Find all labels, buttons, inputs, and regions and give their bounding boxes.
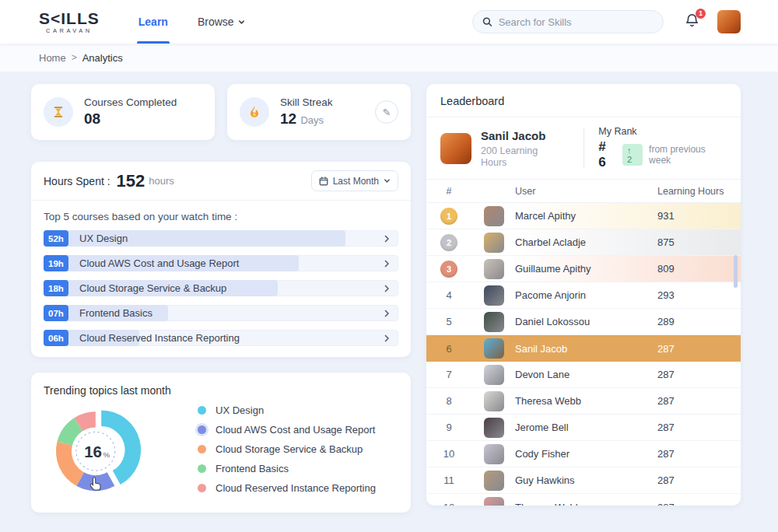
my-rank-row: # 6 ↑ 2 from previous week <box>598 139 727 170</box>
course-bar-row[interactable]: 06hCloud Reserved Instance Reporting <box>44 330 398 346</box>
cell-rank: 4 <box>426 289 471 301</box>
breadcrumb: Home > Analytics <box>0 44 778 72</box>
chevron-right-icon[interactable] <box>383 305 391 321</box>
leaderboard-rows: 1Marcel Apithy9312Charbel Acladje8753Gui… <box>426 203 741 506</box>
logo-subtitle: CARAVAN <box>39 28 100 34</box>
course-bar-row[interactable]: 07hFrontend Basics <box>44 305 398 321</box>
cell-avatar <box>471 259 504 279</box>
legend-item[interactable]: Cloud AWS Cost and Usage Report <box>198 424 376 436</box>
leaderboard-row[interactable]: 4Pacome Anjorin293 <box>426 282 741 309</box>
col-hours: Learning Hours <box>657 186 741 197</box>
user-name: Devon Lane <box>504 369 657 380</box>
right-column: Leaderboard Sanil Jacob 200 Learning Hou… <box>426 84 741 513</box>
leaderboard-row[interactable]: 5Daniel Lokossou289 <box>426 309 741 335</box>
scrollbar-thumb[interactable] <box>734 255 738 288</box>
edit-streak-button[interactable]: ✎ <box>375 100 398 124</box>
legend-item[interactable]: Cloud Storage Service & Backup <box>198 443 376 455</box>
user-hours: 931 <box>657 210 741 222</box>
hours-spent-label: Hours Spent : <box>44 175 110 187</box>
legend-item[interactable]: Frontend Basics <box>198 463 376 474</box>
chevron-right-icon[interactable] <box>383 330 391 346</box>
search-bar[interactable] <box>472 10 664 33</box>
app-logo[interactable]: S<ILLS CARAVAN <box>39 10 100 34</box>
period-filter-button[interactable]: Last Month <box>311 170 398 191</box>
profile-avatar[interactable] <box>717 10 741 33</box>
leaderboard-row[interactable]: 3Guillaume Apithy809 <box>426 256 741 282</box>
cell-avatar <box>471 285 504 306</box>
user-hours: 809 <box>657 263 741 275</box>
main-nav: Learn Browse <box>137 0 273 44</box>
chevron-right-icon[interactable] <box>383 230 391 247</box>
search-input[interactable] <box>499 16 654 28</box>
rank-number: 7 <box>446 369 451 380</box>
legend-item[interactable]: UX Design <box>198 404 376 416</box>
cell-avatar <box>471 365 504 385</box>
leaderboard-row[interactable]: 6Sanil Jacob287 <box>426 335 741 362</box>
legend-item[interactable]: Cloud Reserved Instance Reporting <box>198 482 376 494</box>
user-name: Jerome Bell <box>504 422 657 433</box>
leaderboard-summary: Sanil Jacob 200 Learning Hours My Rank #… <box>426 117 741 180</box>
col-user: User <box>504 186 657 197</box>
avatar <box>484 259 504 279</box>
nav-tab-learn[interactable]: Learn <box>137 0 170 44</box>
legend-label: Frontend Basics <box>216 463 289 474</box>
leaderboard-row[interactable]: 9Jerome Bell287 <box>426 415 741 441</box>
medal-badge: 1 <box>440 208 457 225</box>
notifications-button[interactable]: 1 <box>684 12 700 32</box>
user-name: Pacome Anjorin <box>504 289 657 301</box>
legend-dot <box>198 464 206 473</box>
chevron-down-icon <box>238 19 245 26</box>
cell-avatar <box>471 233 504 253</box>
rank-delta-badge: ↑ 2 <box>622 144 643 166</box>
streak-days-unit: Days <box>300 114 324 126</box>
skill-streak-card: Skill Streak 12 Days ✎ <box>227 84 411 140</box>
hours-spent-header: Hours Spent : 152 hours Last Month <box>31 162 411 201</box>
leaderboard-row[interactable]: 8Theresa Webb287 <box>426 388 741 415</box>
course-bar-row[interactable]: 19hCloud AWS Cost and Usage Report <box>44 255 398 271</box>
breadcrumb-separator: > <box>72 52 77 63</box>
medal-badge: 2 <box>440 234 457 251</box>
nav-tab-learn-label: Learn <box>138 16 168 28</box>
cell-rank: 10 <box>426 448 471 460</box>
rank-number: 9 <box>446 422 451 433</box>
avatar <box>484 338 504 359</box>
user-hours: 287 <box>657 474 741 486</box>
my-name: Sanil Jacob <box>481 129 563 142</box>
leaderboard-row[interactable]: 12Theresa Webb287 <box>426 494 741 506</box>
bar-hours-badge: 18h <box>44 280 68 296</box>
my-rank-label: My Rank <box>598 126 727 137</box>
user-hours: 289 <box>657 316 741 327</box>
leaderboard-row[interactable]: 1Marcel Apithy931 <box>426 203 741 229</box>
cell-avatar <box>471 312 504 332</box>
search-icon <box>482 16 492 27</box>
rank-number: 10 <box>443 448 454 460</box>
chevron-right-icon[interactable] <box>383 255 391 271</box>
breadcrumb-home[interactable]: Home <box>39 52 66 64</box>
leaderboard-row[interactable]: 10Cody Fisher287 <box>426 441 741 467</box>
donut-chart[interactable]: 16% <box>47 398 148 499</box>
top5-bar-chart: 52hUX Design19hCloud AWS Cost and Usage … <box>31 230 411 346</box>
chevron-down-icon <box>384 177 391 184</box>
cell-rank: 1 <box>426 208 471 225</box>
chevron-right-icon[interactable] <box>383 280 391 296</box>
top-navbar: S<ILLS CARAVAN Learn Browse 1 <box>0 0 778 44</box>
leaderboard-row[interactable]: 11Guy Hawkins287 <box>426 467 741 494</box>
cell-rank: 3 <box>426 261 471 278</box>
user-hours: 287 <box>657 395 741 407</box>
leaderboard-row[interactable]: 2Charbel Acladje875 <box>426 229 741 256</box>
user-hours: 293 <box>657 289 741 301</box>
my-rank-block: My Rank # 6 ↑ 2 from previous week <box>598 126 727 170</box>
calendar-icon <box>319 177 328 186</box>
rank-number: 4 <box>446 289 451 301</box>
course-bar-row[interactable]: 18hCloud Storage Service & Backup <box>44 280 398 296</box>
bar-course-label: Cloud Reserved Instance Reporting <box>79 330 240 346</box>
avatar <box>484 497 504 506</box>
top5-subtitle: Top 5 courses based on your watch time : <box>31 201 411 230</box>
user-name: Marcel Apithy <box>504 210 657 222</box>
leaderboard-row[interactable]: 7Devon Lane287 <box>426 362 741 388</box>
left-column: Courses Completed 08 Skill Streak 12 Day… <box>31 84 411 513</box>
course-bar-row[interactable]: 52hUX Design <box>44 230 398 247</box>
bar-hours-badge: 07h <box>44 305 68 321</box>
nav-tab-browse[interactable]: Browse <box>196 0 247 44</box>
courses-completed-text: Courses Completed 08 <box>84 96 177 128</box>
